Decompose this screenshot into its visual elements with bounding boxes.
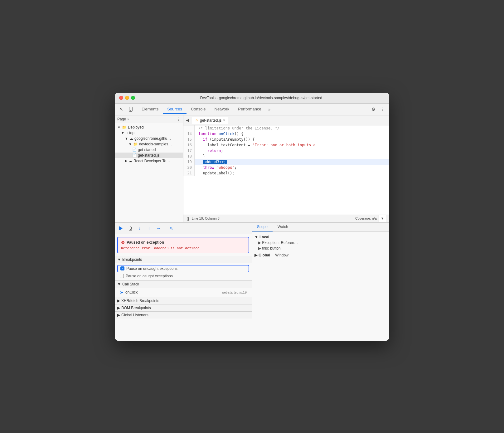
scope-this-item[interactable]: ▶ this: button — [252, 246, 389, 251]
code-line-partial: /* limitations under the License. */ — [183, 125, 389, 131]
scope-tab-watch[interactable]: Watch — [273, 223, 293, 231]
tree-item-top[interactable]: ▼ □ top — [115, 130, 183, 136]
tree-item-get-started-js[interactable]: 📄 get-started.js — [115, 153, 183, 158]
tree-label-get-started: get-started — [138, 148, 156, 152]
breakpoints-section-header[interactable]: ▼ Breakpoints — [115, 256, 252, 263]
close-button[interactable] — [119, 96, 123, 100]
pause-uncaught-checkbox[interactable]: ✓ — [120, 266, 124, 270]
scope-item-key: ▶ this: — [258, 246, 269, 251]
file-tab-get-started-js[interactable]: ⚠ get-started.js × — [192, 117, 228, 124]
coverage-toggle-button[interactable]: ▼ — [379, 215, 386, 222]
tree-item-devtools-samples[interactable]: ▼ 📁 devtools-samples… — [115, 141, 183, 147]
page-options-btn[interactable]: ⋮ — [176, 117, 181, 122]
global-listeners-header[interactable]: ▶ Global Listeners — [115, 311, 252, 319]
pause-uncaught-label: Pause on uncaught exceptions — [126, 266, 177, 271]
pause-caught-checkbox[interactable] — [120, 274, 124, 278]
minimize-button[interactable] — [125, 96, 129, 100]
chevron-right-icon: ▶ — [117, 306, 120, 310]
pause-caught-label: Pause on caught exceptions — [126, 274, 173, 278]
tab-sources[interactable]: Sources — [163, 105, 187, 114]
debugger-toolbar: ↓ ↑ → ✎ — [115, 223, 252, 234]
tree-item-react-devtools[interactable]: ▶ ☁ React Developer To… — [115, 158, 183, 164]
tree-label-googlechrome: googlechrome.githu… — [134, 136, 171, 141]
exception-error-text: ReferenceError: addend3 is not defined — [121, 246, 245, 250]
resume-button[interactable] — [117, 225, 125, 232]
folder-icon: 📁 — [133, 142, 138, 146]
tabs-more-button[interactable]: » — [266, 105, 273, 114]
devtools-body: ↖ Elements Sources Console Network Perfo… — [115, 104, 389, 341]
dom-breakpoints-header[interactable]: ▶ DOM Breakpoints — [115, 304, 252, 311]
scope-item-value: Referen… — [281, 241, 298, 245]
call-stack-content: ➤ onClick get-started.js:19 — [115, 288, 252, 297]
tree-item-deployed[interactable]: ▼ 📁 Deployed — [115, 124, 183, 130]
code-area[interactable]: /* limitations under the License. */ 14 … — [183, 125, 389, 215]
step-out-button[interactable]: ↑ — [145, 225, 153, 232]
code-line-20: 20 throw "whoops"; — [183, 165, 389, 170]
coverage-label: Coverage: n/a — [355, 216, 377, 220]
call-stack-item-onclick[interactable]: ➤ onClick get-started.js:19 — [115, 289, 252, 296]
scope-item-key: ▶ Exception: — [258, 241, 279, 245]
file-icon: 📄 — [132, 148, 137, 152]
tab-list: Elements Sources Console Network Perform… — [137, 105, 369, 114]
exception-panel: ⊗ Paused on exception ReferenceError: ad… — [117, 237, 249, 253]
scope-global-title[interactable]: ▶ Global Window — [252, 252, 389, 258]
scope-global-section: ▶ Global Window — [252, 252, 389, 258]
code-line-19: 19 addend3++; — [183, 159, 389, 165]
back-button[interactable]: ◀ — [186, 118, 189, 123]
tree-item-googlechrome[interactable]: ▼ ☁ googlechrome.githu… — [115, 136, 183, 141]
svg-rect-3 — [119, 226, 120, 230]
status-bar: {} Line 19, Column 3 Coverage: n/a ▼ — [183, 215, 389, 222]
window-title: DevTools - googlechrome.github.io/devtoo… — [138, 96, 385, 100]
scope-tab-scope[interactable]: Scope — [252, 223, 273, 231]
svg-marker-2 — [120, 226, 123, 230]
format-icon[interactable]: {} — [187, 216, 189, 221]
settings-icon[interactable]: ⚙ — [369, 105, 377, 113]
scope-local-section: ▼ Local ▶ Exception: Referen… ▶ this: bu… — [252, 234, 389, 251]
tab-elements[interactable]: Elements — [137, 105, 163, 114]
deactivate-breakpoints-button[interactable]: ✎ — [167, 225, 175, 232]
chevron-right-icon: ▶ — [117, 299, 120, 303]
tree-label-devtools-samples: devtools-samples… — [139, 142, 172, 146]
tree-label-top: top — [129, 131, 134, 135]
xhr-breakpoints-header[interactable]: ▶ XHR/fetch Breakpoints — [115, 297, 252, 304]
top-tabs-bar: ↖ Elements Sources Console Network Perfo… — [115, 104, 389, 115]
toolbar-separator — [165, 226, 165, 231]
left-panel-header: Page » ⋮ — [115, 115, 183, 123]
file-tree: ▼ 📁 Deployed ▼ □ top ▼ ☁ googlechrome.gi… — [115, 123, 183, 165]
maximize-button[interactable] — [131, 96, 135, 100]
tab-network[interactable]: Network — [210, 105, 234, 114]
exception-title-text: Paused on exception — [127, 240, 164, 245]
xhr-breakpoints-label: XHR/fetch Breakpoints — [121, 299, 159, 303]
code-line-18: 18 } — [183, 153, 389, 159]
tree-item-get-started[interactable]: 📄 get-started — [115, 147, 183, 153]
step-button[interactable]: → — [155, 225, 162, 232]
more-options-icon[interactable]: ⋮ — [379, 105, 387, 113]
scope-item-value: button — [270, 246, 280, 251]
step-into-button[interactable]: ↓ — [136, 225, 143, 232]
folder-icon: 📁 — [122, 125, 127, 129]
scope-global-label: Global — [259, 253, 270, 257]
step-over-button[interactable] — [127, 225, 134, 232]
tab-performance[interactable]: Performance — [234, 105, 265, 114]
cloud-icon: ☁ — [128, 159, 132, 163]
scope-local-title[interactable]: ▼ Local — [252, 234, 389, 240]
breakpoints-label: Breakpoints — [122, 257, 142, 262]
scope-local-label: Local — [259, 235, 269, 239]
pause-uncaught-item[interactable]: ✓ Pause on uncaught exceptions — [117, 265, 249, 272]
page-more-btn[interactable]: » — [127, 117, 129, 121]
mobile-icon[interactable] — [127, 105, 135, 113]
call-stack-file-ref: get-started.js:19 — [222, 290, 247, 294]
close-tab-button[interactable]: × — [223, 119, 225, 122]
page-label: Page — [117, 117, 126, 121]
tab-console[interactable]: Console — [187, 105, 210, 114]
dom-breakpoints-label: DOM Breakpoints — [121, 306, 151, 310]
call-stack-section-header[interactable]: ▼ Call Stack — [115, 280, 252, 288]
left-panel: Page » ⋮ ▼ 📁 Deployed ▼ □ top — [115, 115, 183, 222]
pause-caught-item[interactable]: Pause on caught exceptions — [115, 273, 252, 279]
file-tab-name: get-started.js — [200, 118, 221, 123]
scope-exception-item[interactable]: ▶ Exception: Referen… — [252, 240, 389, 246]
cursor-icon[interactable]: ↖ — [117, 105, 125, 113]
scope-panel: Scope Watch ▼ Local ▶ Exception: Referen… — [252, 223, 389, 341]
chevron-down-icon: ▼ — [128, 142, 132, 146]
devtools-window: DevTools - googlechrome.github.io/devtoo… — [115, 93, 389, 341]
